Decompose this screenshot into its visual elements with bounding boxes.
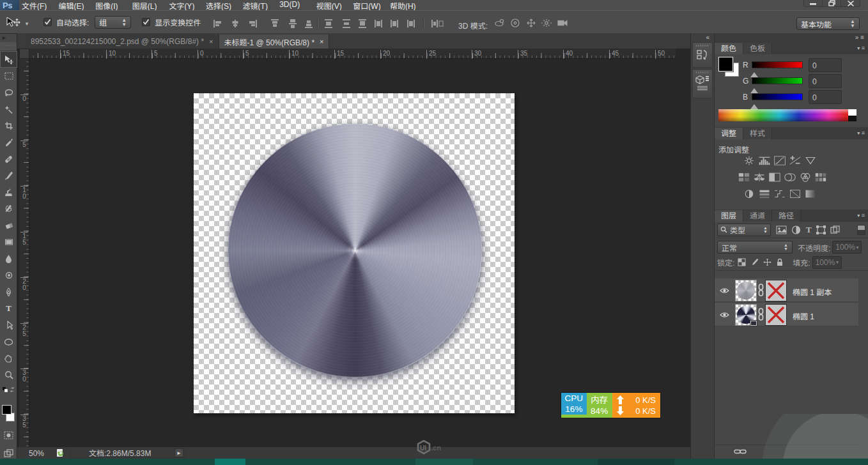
svg-text:UI: UI xyxy=(420,445,426,452)
svg-text:.cn: .cn xyxy=(431,444,441,452)
